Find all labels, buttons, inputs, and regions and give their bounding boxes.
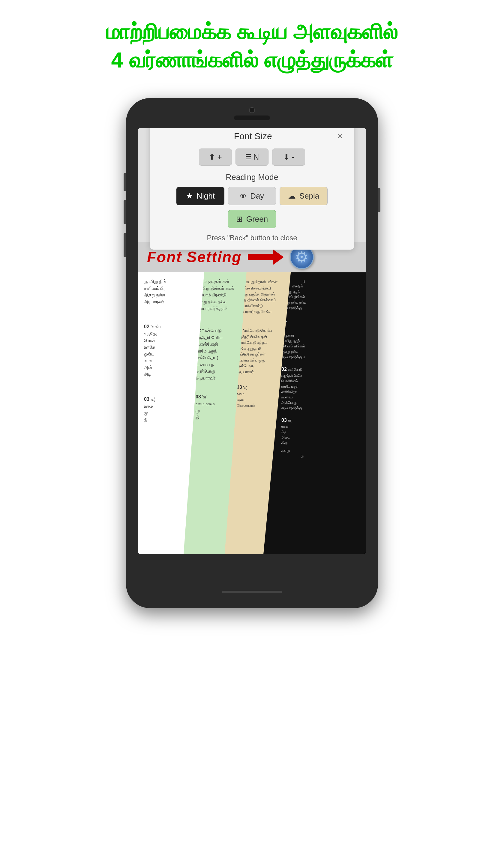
content-area: ஞாயிறு திங்சனிபாம் பிரஆசறு நல்லஅடியாரவர்… bbox=[138, 272, 366, 554]
eye-icon bbox=[240, 191, 248, 201]
sepia-mode-button[interactable]: Sepia bbox=[280, 187, 328, 205]
header-line2: 4 வர்ணாங்களில் எழுத்துருக்கள் bbox=[106, 46, 398, 74]
content-pages: ஞாயிறு திங்சனிபாம் பிரஆசறு நல்லஅடியாரவர்… bbox=[138, 272, 366, 554]
menu-icon: ☰ bbox=[245, 153, 252, 161]
dialog-title-row: Font Size × bbox=[159, 130, 345, 143]
night-page-text2: மாதுளை ஞாயிறு புகுந் சனிபாம் திங்கள் ஆசற… bbox=[281, 333, 366, 360]
power-button[interactable] bbox=[378, 188, 381, 212]
home-indicator[interactable] bbox=[222, 591, 282, 593]
font-size-dialog: Font Size × ⬆ + ☰ N bbox=[150, 128, 354, 250]
green-mode-button[interactable]: Green bbox=[228, 210, 276, 228]
night-page-number1: 01 bbox=[281, 316, 366, 324]
earpiece-speaker bbox=[234, 116, 270, 120]
night-mode-button[interactable]: Night bbox=[176, 187, 224, 205]
night-page-footer: ஒ4 (நி ⠀⠀⠀⠀⠀⠀⠀⠀(ந bbox=[281, 448, 366, 458]
down-arrow-icon: ⬇ bbox=[283, 152, 290, 162]
night-page-number2: 02 'என்பொடு எருதேரி யேமே பொன்போம் உளமே ப… bbox=[281, 366, 366, 411]
up-arrow-icon: ⬆ bbox=[209, 152, 215, 162]
reading-mode-label: Reading Mode bbox=[159, 173, 345, 182]
night-page-text: ⠀⠀⠀⠀⠀⠀⠀⠀பு ⠀⠀⠀⠀மிகதில் ஞாயிறு புகுந் சனி… bbox=[281, 278, 366, 311]
cloud-icon bbox=[288, 191, 297, 201]
font-normal-button[interactable]: ☰ N bbox=[236, 148, 268, 166]
green-row: Green bbox=[159, 210, 345, 228]
volume-up-button[interactable] bbox=[123, 173, 126, 191]
dialog-close-button[interactable]: × bbox=[335, 130, 345, 143]
day-mode-button[interactable]: Day bbox=[228, 187, 276, 205]
star-icon bbox=[186, 191, 194, 201]
volume-down-button[interactable] bbox=[123, 200, 126, 224]
font-size-controls: ⬆ + ☰ N ⬇ - bbox=[159, 148, 345, 166]
right-arrow-icon bbox=[248, 250, 284, 265]
press-back-label: Press "Back" button to close bbox=[159, 234, 345, 242]
font-increase-button[interactable]: ⬆ + bbox=[199, 148, 232, 166]
header-line1: மாற்றிபமைக்க கூடிய அளவுகளில் bbox=[106, 18, 398, 46]
camera-button[interactable] bbox=[123, 233, 126, 257]
phone-screen: Font Size × ⬆ + ☰ N bbox=[138, 128, 366, 554]
header-tamil-text: மாற்றிபமைக்க கூடிய அளவுகளில் 4 வர்ணாங்கள… bbox=[106, 18, 398, 74]
night-page-number3: 03 'உ( உமை (மு அடை கிழு bbox=[281, 417, 366, 445]
reading-mode-buttons: Night Day Sepia bbox=[159, 187, 345, 205]
font-decrease-button[interactable]: ⬇ - bbox=[272, 148, 305, 166]
phone-container: Font Size × ⬆ + ☰ N bbox=[126, 98, 378, 608]
dialog-title: Font Size bbox=[171, 131, 335, 141]
dialog-overlay: Font Size × ⬆ + ☰ N bbox=[138, 128, 366, 242]
top-bezel bbox=[234, 107, 270, 120]
grid-icon bbox=[236, 215, 244, 224]
phone-shell: Font Size × ⬆ + ☰ N bbox=[126, 98, 378, 608]
front-camera bbox=[249, 107, 255, 113]
font-setting-text: Font Setting bbox=[147, 248, 242, 266]
